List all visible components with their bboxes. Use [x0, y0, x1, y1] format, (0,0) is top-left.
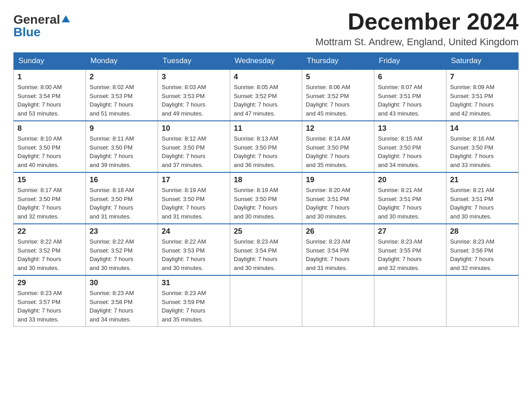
- logo-general: General: [13, 13, 60, 26]
- month-title: December 2024: [315, 9, 519, 34]
- table-row: 12Sunrise: 8:14 AMSunset: 3:50 PMDayligh…: [302, 121, 374, 172]
- calendar-week-row: 8Sunrise: 8:10 AMSunset: 3:50 PMDaylight…: [14, 121, 519, 172]
- table-row: 13Sunrise: 8:15 AMSunset: 3:50 PMDayligh…: [374, 121, 446, 172]
- day-info: Sunrise: 8:14 AMSunset: 3:50 PMDaylight:…: [306, 134, 370, 169]
- day-info: Sunrise: 8:23 AMSunset: 3:55 PMDaylight:…: [378, 237, 442, 272]
- col-friday: Friday: [374, 53, 446, 70]
- calendar-header-row: Sunday Monday Tuesday Wednesday Thursday…: [14, 53, 519, 70]
- table-row: 6Sunrise: 8:07 AMSunset: 3:51 PMDaylight…: [374, 69, 446, 121]
- day-number: 6: [378, 73, 442, 81]
- day-number: 14: [450, 124, 515, 133]
- table-row: 20Sunrise: 8:21 AMSunset: 3:51 PMDayligh…: [374, 172, 446, 224]
- calendar-week-row: 15Sunrise: 8:17 AMSunset: 3:50 PMDayligh…: [14, 172, 519, 224]
- day-info: Sunrise: 8:11 AMSunset: 3:50 PMDaylight:…: [90, 134, 154, 169]
- day-number: 3: [162, 73, 226, 81]
- day-info: Sunrise: 8:21 AMSunset: 3:51 PMDaylight:…: [378, 186, 442, 221]
- table-row: [302, 275, 374, 327]
- day-number: 30: [90, 278, 154, 287]
- table-row: 2Sunrise: 8:02 AMSunset: 3:53 PMDaylight…: [86, 69, 158, 121]
- day-info: Sunrise: 8:23 AMSunset: 3:54 PMDaylight:…: [234, 237, 298, 272]
- day-info: Sunrise: 8:23 AMSunset: 3:59 PMDaylight:…: [162, 289, 226, 324]
- day-number: 19: [306, 176, 370, 184]
- table-row: 29Sunrise: 8:23 AMSunset: 3:57 PMDayligh…: [14, 275, 86, 327]
- day-number: 21: [450, 176, 515, 184]
- day-number: 18: [234, 176, 298, 184]
- day-number: 9: [90, 124, 154, 133]
- day-info: Sunrise: 8:20 AMSunset: 3:51 PMDaylight:…: [306, 186, 370, 221]
- col-thursday: Thursday: [302, 53, 374, 70]
- day-number: 16: [90, 176, 154, 184]
- table-row: 30Sunrise: 8:23 AMSunset: 3:58 PMDayligh…: [86, 275, 158, 327]
- logo-arrow-icon: [61, 14, 71, 24]
- table-row: 21Sunrise: 8:21 AMSunset: 3:51 PMDayligh…: [446, 172, 519, 224]
- day-number: 2: [90, 73, 154, 81]
- table-row: 14Sunrise: 8:16 AMSunset: 3:50 PMDayligh…: [446, 121, 519, 172]
- day-info: Sunrise: 8:21 AMSunset: 3:51 PMDaylight:…: [450, 186, 515, 221]
- day-number: 1: [17, 73, 82, 81]
- day-info: Sunrise: 8:07 AMSunset: 3:51 PMDaylight:…: [378, 83, 442, 118]
- day-info: Sunrise: 8:19 AMSunset: 3:50 PMDaylight:…: [162, 186, 226, 221]
- col-saturday: Saturday: [446, 53, 519, 70]
- day-info: Sunrise: 8:06 AMSunset: 3:52 PMDaylight:…: [306, 83, 370, 118]
- calendar-week-row: 1Sunrise: 8:00 AMSunset: 3:54 PMDaylight…: [14, 69, 519, 121]
- day-info: Sunrise: 8:02 AMSunset: 3:53 PMDaylight:…: [90, 83, 154, 118]
- day-number: 7: [450, 73, 515, 81]
- table-row: 1Sunrise: 8:00 AMSunset: 3:54 PMDaylight…: [14, 69, 86, 121]
- table-row: 31Sunrise: 8:23 AMSunset: 3:59 PMDayligh…: [158, 275, 230, 327]
- table-row: 5Sunrise: 8:06 AMSunset: 3:52 PMDaylight…: [302, 69, 374, 121]
- col-monday: Monday: [86, 53, 158, 70]
- day-number: 17: [162, 176, 226, 184]
- table-row: 15Sunrise: 8:17 AMSunset: 3:50 PMDayligh…: [14, 172, 86, 224]
- svg-marker-0: [62, 15, 70, 22]
- table-row: 10Sunrise: 8:12 AMSunset: 3:50 PMDayligh…: [158, 121, 230, 172]
- day-number: 5: [306, 73, 370, 81]
- day-info: Sunrise: 8:09 AMSunset: 3:51 PMDaylight:…: [450, 83, 515, 118]
- table-row: 11Sunrise: 8:13 AMSunset: 3:50 PMDayligh…: [230, 121, 302, 172]
- table-row: [230, 275, 302, 327]
- logo-blue: Blue: [13, 26, 41, 39]
- day-info: Sunrise: 8:12 AMSunset: 3:50 PMDaylight:…: [162, 134, 226, 169]
- day-info: Sunrise: 8:23 AMSunset: 3:57 PMDaylight:…: [17, 289, 82, 324]
- day-number: 12: [306, 124, 370, 133]
- page-header: General Blue December 2024 Mottram St. A…: [13, 9, 519, 48]
- day-number: 10: [162, 124, 226, 133]
- day-number: 26: [306, 227, 370, 236]
- day-number: 20: [378, 176, 442, 184]
- day-number: 29: [17, 278, 82, 287]
- table-row: 3Sunrise: 8:03 AMSunset: 3:53 PMDaylight…: [158, 69, 230, 121]
- table-row: 8Sunrise: 8:10 AMSunset: 3:50 PMDaylight…: [14, 121, 86, 172]
- day-info: Sunrise: 8:18 AMSunset: 3:50 PMDaylight:…: [90, 186, 154, 221]
- table-row: 9Sunrise: 8:11 AMSunset: 3:50 PMDaylight…: [86, 121, 158, 172]
- day-number: 22: [17, 227, 82, 236]
- day-info: Sunrise: 8:23 AMSunset: 3:56 PMDaylight:…: [450, 237, 515, 272]
- calendar-table: Sunday Monday Tuesday Wednesday Thursday…: [13, 52, 519, 327]
- day-info: Sunrise: 8:22 AMSunset: 3:52 PMDaylight:…: [17, 237, 82, 272]
- day-number: 28: [450, 227, 515, 236]
- day-info: Sunrise: 8:17 AMSunset: 3:50 PMDaylight:…: [17, 186, 82, 221]
- calendar-week-row: 22Sunrise: 8:22 AMSunset: 3:52 PMDayligh…: [14, 224, 519, 275]
- logo: General Blue: [13, 13, 71, 39]
- col-tuesday: Tuesday: [158, 53, 230, 70]
- day-info: Sunrise: 8:16 AMSunset: 3:50 PMDaylight:…: [450, 134, 515, 169]
- location-title: Mottram St. Andrew, England, United King…: [315, 36, 519, 48]
- day-info: Sunrise: 8:05 AMSunset: 3:52 PMDaylight:…: [234, 83, 298, 118]
- col-wednesday: Wednesday: [230, 53, 302, 70]
- table-row: 22Sunrise: 8:22 AMSunset: 3:52 PMDayligh…: [14, 224, 86, 275]
- day-number: 13: [378, 124, 442, 133]
- table-row: 27Sunrise: 8:23 AMSunset: 3:55 PMDayligh…: [374, 224, 446, 275]
- day-number: 15: [17, 176, 82, 184]
- day-info: Sunrise: 8:22 AMSunset: 3:53 PMDaylight:…: [162, 237, 226, 272]
- day-info: Sunrise: 8:13 AMSunset: 3:50 PMDaylight:…: [234, 134, 298, 169]
- day-number: 24: [162, 227, 226, 236]
- day-info: Sunrise: 8:23 AMSunset: 3:58 PMDaylight:…: [90, 289, 154, 324]
- table-row: 23Sunrise: 8:22 AMSunset: 3:52 PMDayligh…: [86, 224, 158, 275]
- day-info: Sunrise: 8:22 AMSunset: 3:52 PMDaylight:…: [90, 237, 154, 272]
- day-info: Sunrise: 8:10 AMSunset: 3:50 PMDaylight:…: [17, 134, 82, 169]
- table-row: 26Sunrise: 8:23 AMSunset: 3:54 PMDayligh…: [302, 224, 374, 275]
- day-number: 25: [234, 227, 298, 236]
- title-area: December 2024 Mottram St. Andrew, Englan…: [315, 9, 519, 48]
- table-row: 25Sunrise: 8:23 AMSunset: 3:54 PMDayligh…: [230, 224, 302, 275]
- table-row: 19Sunrise: 8:20 AMSunset: 3:51 PMDayligh…: [302, 172, 374, 224]
- col-sunday: Sunday: [14, 53, 86, 70]
- table-row: 24Sunrise: 8:22 AMSunset: 3:53 PMDayligh…: [158, 224, 230, 275]
